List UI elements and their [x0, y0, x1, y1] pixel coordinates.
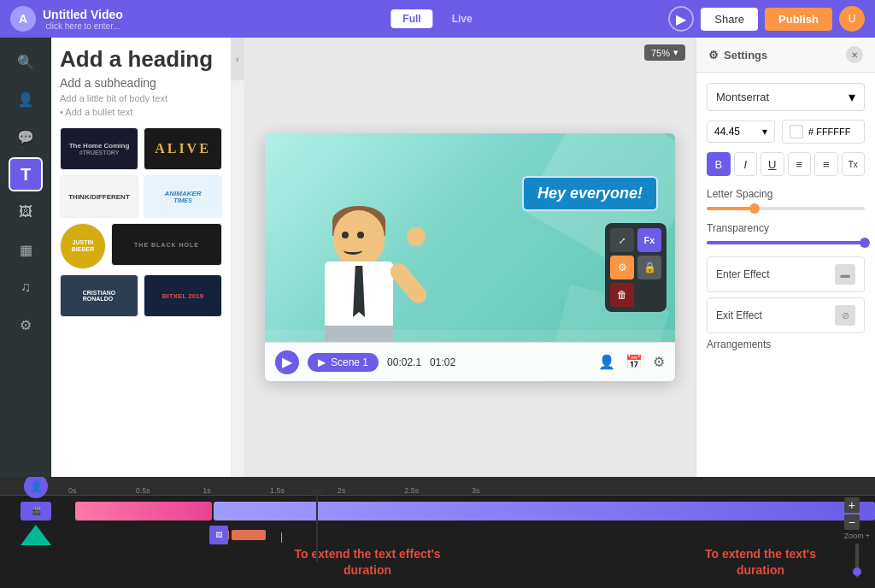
fx-button[interactable]: Fx [637, 228, 661, 252]
full-mode-button[interactable]: Full [391, 9, 432, 28]
template-row-2: THINK/DIFFERENT ANIMAKERTIMES [60, 175, 222, 218]
scene-calendar-icon[interactable]: 📅 [625, 354, 643, 370]
exit-effect-label: Exit Effect [716, 309, 762, 321]
zoom-label: Zoom + [844, 532, 870, 540]
format-underline-button[interactable]: U [760, 152, 784, 176]
track-row-scene: 🎬 [0, 499, 875, 523]
format-align-button[interactable]: ≡ [814, 152, 838, 176]
enter-effect-row[interactable]: Enter Effect ▬ [707, 256, 865, 292]
lock-button[interactable]: 🔒 [637, 256, 661, 279]
ruler-mark-2: 2s [338, 486, 346, 495]
title-area: Untitled Video click here to enter... [43, 8, 123, 31]
video-title[interactable]: Untitled Video [43, 8, 123, 21]
sidebar-icon-music[interactable]: ♫ [9, 270, 43, 304]
scene-thumbnail: 🎬 [21, 502, 51, 520]
panel-close-button[interactable]: ✕ [846, 46, 863, 63]
color-swatch [790, 125, 803, 138]
track-row-asset: 🖼 | [0, 523, 875, 547]
zoom-in-button[interactable]: + [844, 497, 860, 513]
ruler-mark-1: 1s [203, 486, 211, 495]
share-button[interactable]: Share [701, 8, 758, 31]
letter-spacing-track [707, 207, 865, 210]
font-name: Montserrat [716, 91, 769, 103]
template-grid: The Home Coming #TRUESTORY ALIVE THINK/D… [60, 127, 222, 317]
ruler-mark-15: 1.5s [270, 486, 285, 495]
template-row-1: The Home Coming #TRUESTORY ALIVE [60, 127, 222, 170]
track-block-asset-2[interactable] [232, 530, 266, 540]
scene-gear-icon[interactable]: ⚙ [653, 354, 665, 370]
transform-icon[interactable]: ⤢ [610, 228, 634, 252]
zoom-out-button[interactable]: − [844, 514, 860, 530]
template-card-home[interactable]: The Home Coming #TRUESTORY [60, 127, 138, 170]
zoom-slider-vertical[interactable] [855, 544, 859, 578]
sidebar-icon-search[interactable]: 🔍 [9, 44, 43, 79]
letter-spacing-thumb[interactable] [749, 203, 760, 214]
format-transform-button[interactable]: Tx [842, 152, 866, 176]
template-card-animaker[interactable]: ANIMAKERTIMES [144, 175, 222, 218]
transparency-slider[interactable] [707, 241, 865, 244]
template-card-blackhole[interactable]: THE BLACK HOLE [111, 223, 222, 266]
sidebar-icon-sticker[interactable]: 💬 [9, 120, 43, 154]
float-toolbar-row-3: 🗑 [610, 283, 661, 307]
scene-person-icon[interactable]: 👤 [598, 354, 615, 370]
video-canvas[interactable]: Hey everyone! ⤢ Fx ⚙ 🔒 🗑 ▶ [265, 133, 675, 381]
letter-spacing-slider[interactable] [707, 207, 865, 210]
user-avatar[interactable]: U [839, 6, 865, 32]
exit-effect-icon: ⊘ [835, 305, 855, 326]
timeline-ruler: 👤 0s 0.5s 1s 1.5s 2s 2.5s 3s [0, 477, 875, 496]
template-heading: Add a heading [60, 46, 222, 73]
transparency-track [707, 241, 865, 244]
enter-effect-label: Enter Effect [716, 268, 769, 280]
scene-controls: ▶ ▶ Scene 1 00:02.1 01:02 👤 📅 ⚙ [265, 342, 675, 381]
format-bold-button[interactable]: B [707, 152, 731, 176]
track-block-text-main[interactable] [214, 502, 875, 520]
font-size-value: 44.45 [714, 126, 740, 138]
transparency-label: Transparency [707, 222, 865, 234]
track-label-scene: 🎬 [3, 502, 68, 520]
enter-effect-icon: ▬ [835, 264, 855, 285]
color-picker[interactable]: # FFFFFF [782, 120, 865, 144]
transparency-thumb[interactable] [860, 238, 870, 248]
scene-name-button[interactable]: ▶ Scene 1 [308, 353, 379, 372]
gear-button[interactable]: ⚙ [610, 256, 634, 279]
left-annotation-text: To extend the text effect's duration [291, 546, 444, 579]
template-card-bitxel[interactable]: BITXEL 2019 [144, 274, 222, 317]
header: A Untitled Video click here to enter... … [0, 0, 875, 38]
sidebar-icon-image[interactable]: 🖼 [9, 195, 43, 229]
scene-icons: 👤 📅 ⚙ [598, 354, 665, 370]
exit-effect-row[interactable]: Exit Effect ⊘ [707, 297, 865, 333]
font-size-arrow: ▾ [762, 126, 767, 138]
right-annotation-text: To extend the text's duration [684, 546, 837, 579]
template-card-alive[interactable]: ALIVE [144, 127, 222, 170]
preview-play-button[interactable]: ▶ [668, 6, 694, 32]
sidebar-icon-text[interactable]: T [9, 157, 43, 191]
format-list-button[interactable]: ≡ [788, 152, 812, 176]
template-subheading: Add a subheading [60, 76, 222, 90]
sidebar-icon-settings[interactable]: ⚙ [9, 308, 43, 342]
letter-spacing-fill [707, 207, 755, 210]
app-logo[interactable]: A [10, 6, 36, 32]
zoom-control[interactable]: 75% ▾ [644, 44, 685, 61]
sidebar-icon-character[interactable]: 👤 [9, 82, 43, 116]
arrangements-label: Arrangements [707, 338, 865, 350]
font-size-selector[interactable]: 44.45 ▾ [707, 121, 775, 143]
track-asset-icon-block[interactable]: 🖼 [209, 526, 228, 544]
text-bubble[interactable]: Hey everyone! [522, 176, 658, 211]
sidebar-icon-template[interactable]: ▦ [9, 232, 43, 267]
video-subtitle[interactable]: click here to enter... [46, 21, 120, 31]
template-card-think[interactable]: THINK/DIFFERENT [60, 175, 138, 218]
font-dropdown-arrow: ▾ [849, 89, 855, 105]
format-italic-button[interactable]: I [734, 152, 758, 176]
template-row-4: CRISTIANORONALDO BITXEL 2019 [60, 274, 222, 317]
delete-button[interactable]: 🗑 [610, 283, 634, 307]
track-content-scene [75, 502, 875, 520]
scene-play-button[interactable]: ▶ [275, 350, 299, 374]
publish-button[interactable]: Publish [765, 8, 832, 31]
right-annotation-label: To extend the text's duration [705, 547, 816, 578]
panel-collapse-arrow[interactable]: ‹ [231, 38, 244, 80]
template-card-cristiano[interactable]: CRISTIANORONALDO [60, 274, 138, 317]
live-mode-button[interactable]: Live [440, 9, 484, 28]
template-card-bieber[interactable]: JUSTINBIEBER [60, 223, 106, 269]
track-block-text-effect[interactable] [75, 502, 212, 520]
font-selector[interactable]: Montserrat ▾ [707, 83, 865, 111]
